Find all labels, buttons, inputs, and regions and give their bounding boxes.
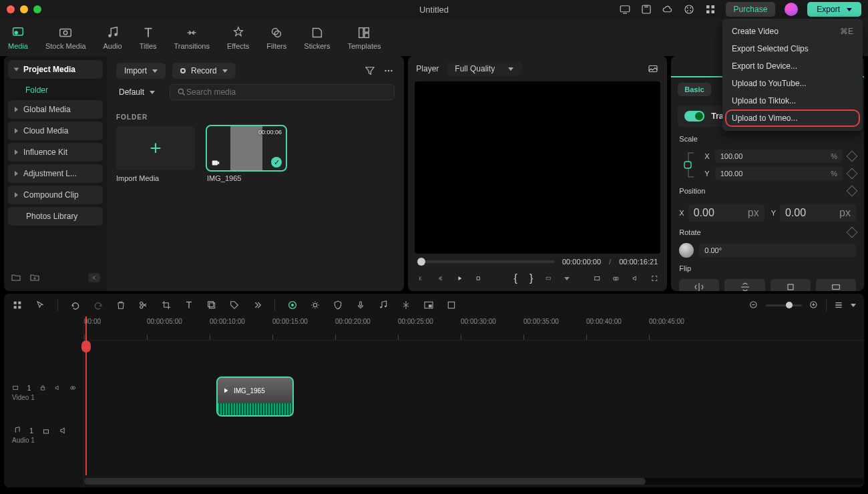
undo-icon[interactable] xyxy=(70,300,81,310)
text-tool-icon[interactable] xyxy=(184,300,194,310)
lock-aspect-icon[interactable] xyxy=(679,150,699,180)
import-button[interactable]: Import xyxy=(116,63,166,79)
cursor-icon[interactable] xyxy=(35,300,45,310)
new-folder-icon[interactable] xyxy=(11,272,21,283)
new-bin-icon[interactable] xyxy=(29,272,40,283)
shield-icon[interactable] xyxy=(333,300,343,310)
scale-y-input[interactable]: 100.00% xyxy=(715,167,843,180)
cloud-icon[interactable] xyxy=(662,3,674,15)
flip-vertical[interactable] xyxy=(724,279,765,291)
auto-color-icon[interactable] xyxy=(310,300,320,310)
module-templates[interactable]: Templates xyxy=(347,25,381,50)
sidebar-adjustment-layer[interactable]: Adjustment L... xyxy=(8,164,103,183)
module-titles[interactable]: Titles xyxy=(140,25,157,50)
step-back-icon[interactable] xyxy=(437,273,444,284)
keyframe-scale-x[interactable] xyxy=(847,151,858,162)
upload-vimeo[interactable]: Upload to Vimeo... xyxy=(726,111,859,126)
module-transitions[interactable]: Transitions xyxy=(174,25,210,50)
scale-x-input[interactable]: 100.00% xyxy=(715,150,843,163)
help-icon[interactable] xyxy=(683,3,695,15)
export-to-device[interactable]: Export to Device... xyxy=(722,57,863,75)
module-stickers[interactable]: Stickers xyxy=(304,25,330,50)
smart-cut-icon[interactable] xyxy=(401,300,411,310)
apps-icon[interactable] xyxy=(704,3,716,15)
export-button[interactable]: Export xyxy=(807,2,861,17)
play-icon[interactable] xyxy=(456,273,463,284)
zoom-in-icon[interactable] xyxy=(809,300,819,310)
flip-center[interactable] xyxy=(771,279,811,291)
minimize-window[interactable] xyxy=(20,5,28,13)
delete-icon[interactable] xyxy=(116,300,126,310)
flip-horizontal[interactable] xyxy=(679,279,719,291)
volume-icon[interactable] xyxy=(632,273,639,284)
display-icon[interactable] xyxy=(619,3,631,15)
copy-icon[interactable] xyxy=(206,300,217,310)
visible-icon[interactable] xyxy=(69,383,76,393)
more-icon[interactable] xyxy=(383,65,395,77)
keyframe-position[interactable] xyxy=(847,186,858,197)
more-tools-icon[interactable] xyxy=(252,300,262,310)
transform-toggle[interactable] xyxy=(684,111,704,121)
lock-icon[interactable] xyxy=(39,383,46,393)
sidebar-global-media[interactable]: Global Media xyxy=(8,100,103,119)
lock-icon[interactable] xyxy=(41,426,51,435)
redo-icon[interactable] xyxy=(93,300,103,310)
track-height-icon[interactable] xyxy=(833,300,844,310)
zoom-window[interactable] xyxy=(33,5,41,13)
track-height-menu[interactable] xyxy=(851,304,856,307)
user-avatar[interactable] xyxy=(785,3,798,16)
flip-fit[interactable] xyxy=(816,279,856,291)
camera-icon[interactable] xyxy=(612,273,620,284)
search-input[interactable] xyxy=(170,84,395,100)
mute-icon[interactable] xyxy=(54,383,61,393)
fullscreen-icon[interactable] xyxy=(651,273,658,284)
timeline-clip[interactable]: IMG_1965 xyxy=(218,378,292,415)
video-track-lane[interactable]: IMG_1965 xyxy=(84,378,864,418)
export-create-video[interactable]: Create Video⌘E xyxy=(722,23,863,40)
prev-frame-icon[interactable] xyxy=(417,273,425,284)
player-scrubber[interactable] xyxy=(417,260,554,263)
sidebar-cloud-media[interactable]: Cloud Media xyxy=(8,121,103,140)
export-selected-clips[interactable]: Export Selected Clips xyxy=(722,40,863,57)
zoom-slider[interactable] xyxy=(766,304,802,306)
close-window[interactable] xyxy=(7,5,15,13)
upload-youtube[interactable]: Upload to YouTube... xyxy=(722,75,863,92)
sidebar-photos-library[interactable]: Photos Library xyxy=(8,207,103,226)
mark-out-icon[interactable]: } xyxy=(529,272,533,284)
tag-icon[interactable] xyxy=(229,300,240,310)
zoom-out-icon[interactable] xyxy=(748,300,759,310)
module-media[interactable]: Media xyxy=(8,25,28,50)
crop-icon[interactable] xyxy=(161,300,172,310)
module-filters[interactable]: Filters xyxy=(266,25,286,50)
player-canvas[interactable] xyxy=(415,81,660,254)
sidebar-compound-clip[interactable]: Compound Clip xyxy=(8,186,103,204)
player-quality-select[interactable]: Full Quality xyxy=(447,61,521,76)
display-mode-icon[interactable] xyxy=(594,273,601,284)
timeline-scrollbar[interactable] xyxy=(84,478,864,485)
sidebar-project-media[interactable]: Project Media xyxy=(8,60,103,79)
timeline-ruler[interactable]: 00:00 00:00:05:00 00:00:10:00 00:00:15:0… xyxy=(84,316,864,340)
record-button[interactable]: Record xyxy=(172,63,236,79)
upload-tiktok[interactable]: Upload to Tiktok... xyxy=(722,92,863,109)
module-stock[interactable]: Stock Media xyxy=(45,25,86,50)
marker-icon[interactable] xyxy=(446,300,457,310)
module-effects[interactable]: Effects xyxy=(227,25,249,50)
module-audio[interactable]: Audio xyxy=(103,25,122,50)
grid-icon[interactable] xyxy=(12,300,23,310)
collapse-sidebar-icon[interactable] xyxy=(88,273,100,282)
keyframe-rotate[interactable] xyxy=(847,227,858,238)
stop-icon[interactable] xyxy=(475,273,482,284)
keyframe-scale-y[interactable] xyxy=(847,168,858,180)
sort-default[interactable]: Default xyxy=(116,85,158,99)
rotate-input[interactable]: 0.00° xyxy=(699,244,856,257)
clip-thumbnail[interactable]: 00:00:06 ✓ IMG_1965 xyxy=(207,126,286,182)
subtab-basic[interactable]: Basic xyxy=(678,83,710,96)
mic-icon[interactable] xyxy=(355,300,366,310)
save-icon[interactable] xyxy=(640,3,652,15)
snapshot-icon[interactable] xyxy=(647,63,659,75)
rotate-dial[interactable] xyxy=(679,243,694,258)
sidebar-folder[interactable]: Folder xyxy=(19,81,103,99)
sidebar-influence-kit[interactable]: Influence Kit xyxy=(8,143,103,162)
mute-icon[interactable] xyxy=(59,426,68,435)
music-tool-icon[interactable] xyxy=(378,300,389,310)
